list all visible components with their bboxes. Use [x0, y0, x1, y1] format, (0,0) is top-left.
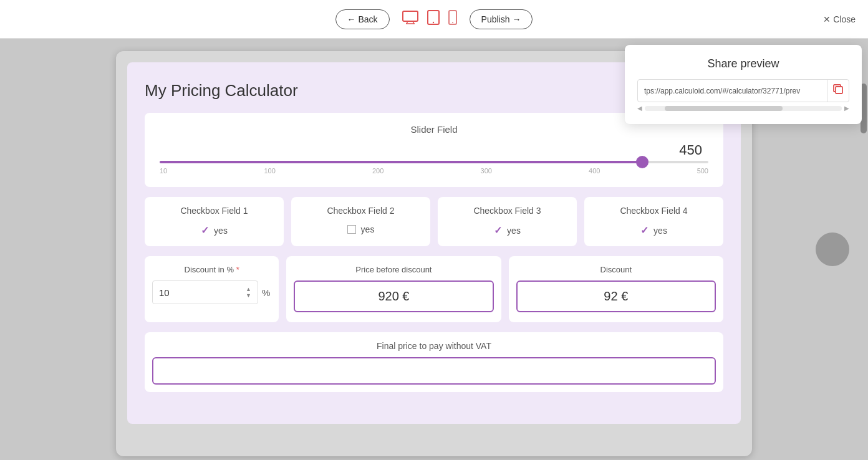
slider-container[interactable] — [160, 161, 708, 163]
back-button[interactable]: ← Back — [335, 9, 390, 29]
final-price-input — [152, 357, 716, 385]
tick-300: 300 — [481, 167, 492, 175]
publish-button[interactable]: Publish → — [470, 9, 533, 29]
check-empty-icon-2 — [347, 225, 356, 234]
checkbox-card-3: Checkbox Field 3 ✓ yes — [438, 197, 577, 246]
main-area: My Pricing Calculator Slider Field 450 1… — [0, 39, 868, 460]
check-icon-1: ✓ — [201, 224, 209, 236]
checkbox-title-4: Checkbox Field 4 — [592, 206, 716, 216]
discount-value: 92 € — [516, 280, 716, 312]
share-url-row: tps://app.calculoid.com/#/calculator/327… — [637, 79, 849, 102]
price-before-discount-value: 920 € — [294, 280, 493, 312]
discount-card: Discount 92 € — [509, 256, 723, 322]
tablet-icon[interactable] — [427, 10, 440, 29]
share-url-text: tps://app.calculoid.com/#/calculator/327… — [638, 82, 827, 100]
checkbox-card-1: Checkbox Field 1 ✓ yes — [145, 197, 284, 246]
price-before-discount-card: Price before discount 920 € — [286, 256, 501, 322]
check-icon-4: ✓ — [640, 224, 649, 236]
close-button[interactable]: ✕ Close — [823, 14, 856, 24]
svg-point-7 — [452, 22, 453, 23]
tick-10: 10 — [160, 167, 167, 175]
check-icon-3: ✓ — [494, 224, 502, 236]
checkbox-title-1: Checkbox Field 1 — [152, 206, 276, 216]
slider-value: 450 — [160, 142, 708, 158]
checkbox-grid: Checkbox Field 1 ✓ yes Checkbox Field 2 … — [145, 197, 723, 246]
share-panel-title: Share preview — [637, 57, 849, 70]
device-icons — [402, 10, 457, 29]
checkbox-item-1[interactable]: ✓ yes — [152, 224, 276, 236]
discount-field-card: Discount in % * 10 ▲▼ % — [145, 256, 279, 322]
checkbox-item-4[interactable]: ✓ yes — [592, 224, 716, 236]
checkbox-label-3: yes — [507, 226, 521, 236]
slider-fill — [160, 161, 642, 163]
discount-input-value: 10 — [159, 287, 170, 298]
checkbox-title-2: Checkbox Field 2 — [299, 206, 423, 216]
checkbox-label-2: yes — [361, 224, 375, 234]
slider-ticks: 10 100 200 300 400 500 — [160, 167, 708, 175]
scrollbar-thumb — [665, 106, 783, 111]
tick-400: 400 — [589, 167, 600, 175]
tick-500: 500 — [697, 167, 708, 175]
stepper-arrows[interactable]: ▲▼ — [246, 286, 251, 299]
slider-thumb[interactable] — [636, 156, 649, 168]
checkbox-item-2[interactable]: yes — [299, 224, 423, 234]
share-panel: Share preview tps://app.calculoid.com/#/… — [625, 45, 862, 124]
scroll-left-arrow[interactable]: ◀ — [637, 105, 642, 112]
discount-input-row: 10 ▲▼ % — [152, 280, 271, 304]
checkbox-card-2: Checkbox Field 2 yes — [291, 197, 430, 246]
copy-url-button[interactable] — [827, 80, 849, 102]
discount-title: Discount — [516, 265, 716, 274]
slider-track — [160, 161, 708, 163]
mobile-icon[interactable] — [448, 10, 457, 29]
checkbox-card-4: Checkbox Field 4 ✓ yes — [584, 197, 723, 246]
scroll-right-arrow[interactable]: ▶ — [844, 105, 849, 112]
discount-input[interactable]: 10 ▲▼ — [152, 280, 258, 304]
discount-field-title: Discount in % * — [152, 265, 271, 274]
toolbar: ← Back — [0, 0, 868, 39]
checkbox-label-1: yes — [214, 226, 228, 236]
scrollbar-track — [645, 106, 842, 111]
share-scrollbar-row: ◀ ▶ — [637, 105, 849, 112]
price-row: Discount in % * 10 ▲▼ % Price befor — [145, 256, 723, 322]
final-section-title: Final price to pay without VAT — [152, 341, 716, 351]
right-scrollbar[interactable] — [859, 77, 868, 460]
svg-rect-0 — [403, 11, 418, 21]
checkbox-item-3[interactable]: ✓ yes — [445, 224, 569, 236]
checkbox-label-4: yes — [653, 226, 667, 236]
toolbar-center: ← Back — [335, 9, 533, 29]
svg-point-5 — [432, 21, 433, 22]
tick-100: 100 — [264, 167, 275, 175]
pct-label: % — [261, 287, 271, 298]
svg-rect-8 — [836, 87, 842, 93]
right-circle-button[interactable] — [816, 232, 849, 266]
tick-200: 200 — [372, 167, 383, 175]
final-section: Final price to pay without VAT — [145, 332, 723, 392]
slider-label: Slider Field — [160, 124, 708, 135]
price-before-discount-title: Price before discount — [294, 265, 493, 274]
required-star: * — [236, 265, 239, 274]
checkbox-title-3: Checkbox Field 3 — [445, 206, 569, 216]
desktop-icon[interactable] — [402, 11, 418, 28]
